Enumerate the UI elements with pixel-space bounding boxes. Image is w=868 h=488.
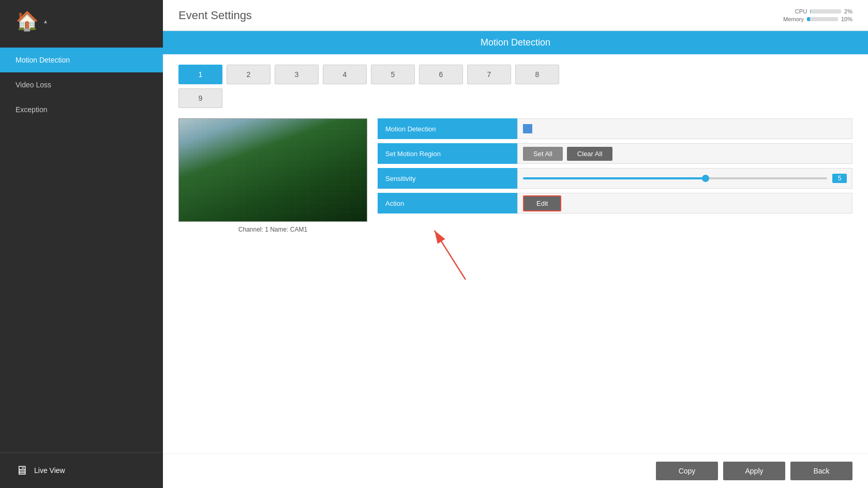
annotation-area <box>378 223 852 285</box>
motion-detection-control <box>517 118 852 139</box>
sidebar-item-video-loss[interactable]: Video Loss <box>0 72 163 97</box>
sidebar-nav: Motion Detection Video Loss Exception <box>0 48 163 452</box>
motion-detection-row: Motion Detection <box>378 118 852 139</box>
main-grid: Channel: 1 Name: CAM1 Motion Detection <box>178 118 852 443</box>
logo-caret: ▲ <box>43 19 48 24</box>
system-stats: CPU 2% Memory 10% <box>783 8 852 22</box>
sensitivity-slider-fill <box>523 177 706 179</box>
annotation-arrow <box>419 223 481 280</box>
channel-info-label: Channel: 1 Name: CAM1 <box>238 226 307 233</box>
page-title: Event Settings <box>178 9 252 22</box>
channel-btn-4[interactable]: 4 <box>323 65 367 84</box>
monitor-icon: 🖥 <box>16 463 28 478</box>
sidebar: 🏠 ▲ Motion Detection Video Loss Exceptio… <box>0 0 163 488</box>
video-preview <box>178 118 367 222</box>
memory-bar-fill <box>807 17 810 21</box>
bottom-bar: Copy Apply Back <box>163 453 868 488</box>
channel-btn-7[interactable]: 7 <box>467 65 511 84</box>
memory-stat: Memory 10% <box>783 16 852 22</box>
home-icon: 🏠 <box>16 10 39 32</box>
action-label: Action <box>378 193 517 213</box>
main-area: Event Settings CPU 2% Memory 10% Motion … <box>163 0 868 488</box>
back-button[interactable]: Back <box>790 462 852 480</box>
settings-panel: Motion Detection Set Motion Region Set A… <box>378 118 852 443</box>
memory-bar-bg <box>807 17 838 21</box>
memory-label: Memory <box>783 16 804 22</box>
channel-btn-5[interactable]: 5 <box>371 65 415 84</box>
video-bg <box>179 119 367 221</box>
sensitivity-slider-container: 5 <box>523 174 847 183</box>
content-area: 1 2 3 4 5 6 7 8 9 Channel: 1 Name: CAM1 <box>163 54 868 453</box>
channel-btn-1[interactable]: 1 <box>178 65 222 84</box>
sensitivity-control: 5 <box>517 168 852 189</box>
set-motion-region-control: Set All Clear All <box>517 143 852 164</box>
set-motion-region-row: Set Motion Region Set All Clear All <box>378 143 852 164</box>
clear-all-button[interactable]: Clear All <box>567 147 612 161</box>
sensitivity-slider-track[interactable] <box>523 177 827 179</box>
sidebar-item-motion-detection[interactable]: Motion Detection <box>0 48 163 72</box>
set-motion-region-label: Set Motion Region <box>378 143 517 164</box>
action-control: Edit <box>517 193 852 213</box>
channel-selector: 1 2 3 4 5 6 7 8 9 <box>178 65 852 108</box>
live-view-link[interactable]: 🖥 Live View <box>0 452 163 488</box>
copy-button[interactable]: Copy <box>656 462 718 480</box>
section-title: Motion Detection <box>481 37 550 48</box>
sensitivity-label: Sensitivity <box>378 168 517 189</box>
detection-indicator[interactable] <box>523 124 532 133</box>
channel-btn-9[interactable]: 9 <box>178 88 222 108</box>
cpu-bar-bg <box>810 9 841 13</box>
apply-button[interactable]: Apply <box>723 462 785 480</box>
action-row: Action Edit <box>378 193 852 213</box>
cpu-stat: CPU 2% <box>795 8 852 14</box>
header: Event Settings CPU 2% Memory 10% <box>163 0 868 31</box>
edit-button[interactable]: Edit <box>523 195 561 211</box>
sensitivity-value: 5 <box>832 174 847 183</box>
channel-btn-8[interactable]: 8 <box>515 65 559 84</box>
memory-value: 10% <box>841 16 852 22</box>
video-panel: Channel: 1 Name: CAM1 <box>178 118 367 443</box>
section-title-bar: Motion Detection <box>163 31 868 54</box>
channel-btn-3[interactable]: 3 <box>275 65 319 84</box>
cpu-label: CPU <box>795 8 807 14</box>
sidebar-item-exception[interactable]: Exception <box>0 97 163 122</box>
sensitivity-row: Sensitivity 5 <box>378 168 852 189</box>
logo-area: 🏠 ▲ <box>0 0 163 42</box>
channel-btn-6[interactable]: 6 <box>419 65 463 84</box>
sensitivity-slider-thumb[interactable] <box>702 175 709 182</box>
svg-line-1 <box>435 231 466 280</box>
cpu-value: 2% <box>844 8 852 14</box>
channel-btn-2[interactable]: 2 <box>227 65 271 84</box>
set-all-button[interactable]: Set All <box>523 147 563 161</box>
motion-detection-label: Motion Detection <box>378 118 517 139</box>
cpu-bar-fill <box>810 9 811 13</box>
